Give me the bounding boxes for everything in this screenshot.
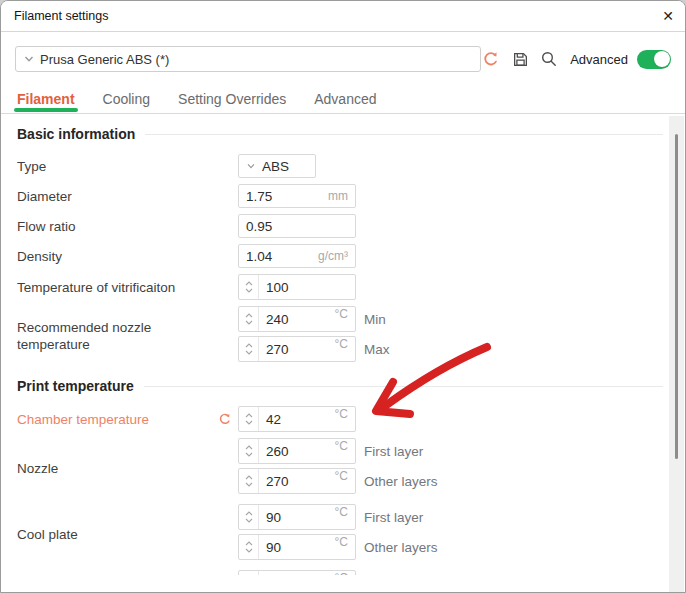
- refresh-icon: [218, 412, 232, 426]
- advanced-toggle[interactable]: [637, 50, 671, 69]
- unit-label: °C: [335, 307, 355, 331]
- preset-name: Prusa Generic ABS (*): [40, 52, 169, 67]
- spinner-buttons[interactable]: [239, 535, 259, 559]
- section-basic-information: Basic information: [17, 126, 663, 142]
- spin-down-icon: [245, 288, 253, 293]
- input-suffix: Max: [364, 342, 390, 357]
- close-icon: ✕: [662, 8, 674, 24]
- cool-plate-first-layer-input[interactable]: °C: [238, 504, 356, 530]
- spin-up-icon: [245, 511, 253, 516]
- section-divider: [144, 386, 663, 387]
- row-nozzle: Nozzle °C First layer: [17, 438, 663, 498]
- revert-preset-button[interactable]: [481, 49, 501, 69]
- spin-down-icon: [245, 548, 253, 553]
- reset-to-default-button[interactable]: [218, 412, 232, 426]
- flow-ratio-input[interactable]: [238, 214, 356, 238]
- row-diameter: Diameter mm: [17, 184, 663, 208]
- nozzle-other-layers-value[interactable]: [259, 469, 335, 493]
- spinner-buttons[interactable]: [239, 571, 259, 575]
- unit-label: °C: [335, 469, 355, 493]
- input-suffix: Other layers: [364, 540, 438, 555]
- row-cool-plate: Cool plate °C First layer: [17, 504, 663, 564]
- dialog-title: Filament settings: [1, 9, 108, 23]
- setting-label: Flow ratio: [17, 218, 238, 235]
- spinner-buttons[interactable]: [239, 307, 259, 331]
- tab-advanced[interactable]: Advanced: [314, 84, 376, 113]
- nozzle-other-layers-input[interactable]: °C: [238, 468, 356, 494]
- tab-cooling[interactable]: Cooling: [103, 84, 150, 113]
- nozzle-first-layer-input[interactable]: °C: [238, 438, 356, 464]
- unit-label: °C: [335, 337, 355, 361]
- vitrification-temperature-input[interactable]: [238, 274, 356, 300]
- spinner-buttons[interactable]: [239, 275, 259, 299]
- engineering-plate-first-layer-value[interactable]: [259, 571, 335, 575]
- row-vitrification-temperature: Temperature of vitrificaiton: [17, 274, 663, 300]
- row-density: Density g/cm³: [17, 244, 663, 268]
- spinner-buttons[interactable]: [239, 407, 259, 431]
- row-type: Type ABS: [17, 154, 663, 178]
- unit-label: °C: [335, 407, 355, 431]
- scrollbar[interactable]: [669, 116, 684, 592]
- spinner-buttons[interactable]: [239, 439, 259, 463]
- engineering-plate-first-layer-input[interactable]: °C: [238, 570, 356, 575]
- density-input[interactable]: g/cm³: [238, 244, 356, 268]
- search-icon: [540, 50, 558, 68]
- unit-label: °C: [335, 439, 355, 463]
- setting-label-modified: Chamber temperature: [17, 411, 238, 428]
- cool-plate-other-layers-value[interactable]: [259, 535, 335, 559]
- filament-settings-dialog: Filament settings ✕ Prusa Generic ABS (*…: [0, 0, 686, 593]
- chamber-temperature-value[interactable]: [259, 407, 335, 431]
- spin-down-icon: [245, 420, 253, 425]
- spin-up-icon: [245, 541, 253, 546]
- tab-setting-overrides[interactable]: Setting Overrides: [178, 84, 286, 113]
- type-select-value: ABS: [262, 159, 289, 174]
- density-value[interactable]: [239, 249, 318, 264]
- setting-label: Diameter: [17, 188, 238, 205]
- cool-plate-first-layer-value[interactable]: [259, 505, 335, 529]
- diameter-value[interactable]: [239, 189, 328, 204]
- diameter-input[interactable]: mm: [238, 184, 356, 208]
- input-suffix: First layer: [364, 444, 423, 459]
- spin-up-icon: [245, 445, 253, 450]
- refresh-icon: [482, 50, 500, 68]
- unit-label: °C: [335, 571, 355, 575]
- spin-down-icon: [245, 452, 253, 457]
- tab-filament[interactable]: Filament: [17, 84, 75, 113]
- spinner-buttons[interactable]: [239, 469, 259, 493]
- spin-up-icon: [245, 343, 253, 348]
- spinner-buttons[interactable]: [239, 505, 259, 529]
- nozzle-temp-min-input[interactable]: °C: [238, 306, 356, 332]
- title-bar: Filament settings ✕: [1, 1, 685, 32]
- save-preset-button[interactable]: [510, 49, 530, 69]
- nozzle-temp-max-input[interactable]: °C: [238, 336, 356, 362]
- chevron-down-icon: [245, 160, 257, 172]
- setting-label: Density: [17, 248, 238, 265]
- cool-plate-other-layers-input[interactable]: °C: [238, 534, 356, 560]
- nozzle-temp-max-value[interactable]: [259, 337, 335, 361]
- unit-label: °C: [335, 505, 355, 529]
- spin-down-icon: [245, 350, 253, 355]
- section-print-temperature: Print temperature: [17, 378, 663, 394]
- tab-label: Cooling: [103, 91, 150, 107]
- vitrification-temperature-value[interactable]: [259, 275, 348, 299]
- preset-actions: Advanced: [481, 49, 671, 69]
- section-title: Print temperature: [17, 378, 134, 394]
- setting-label: Nozzle: [17, 460, 238, 477]
- preset-combobox[interactable]: Prusa Generic ABS (*): [15, 46, 481, 72]
- chamber-temperature-input[interactable]: °C: [238, 406, 356, 432]
- type-select[interactable]: ABS: [238, 154, 316, 178]
- scrollbar-thumb[interactable]: [675, 134, 678, 459]
- flow-ratio-value[interactable]: [239, 219, 348, 234]
- input-suffix: Other layers: [364, 474, 438, 489]
- unit-label: g/cm³: [318, 249, 355, 263]
- spinner-buttons[interactable]: [239, 337, 259, 361]
- advanced-label: Advanced: [570, 52, 628, 67]
- spin-down-icon: [245, 518, 253, 523]
- search-button[interactable]: [539, 49, 559, 69]
- close-button[interactable]: ✕: [651, 1, 685, 31]
- nozzle-first-layer-value[interactable]: [259, 439, 335, 463]
- setting-label: Recommended nozzle temperature: [17, 319, 238, 353]
- toggle-knob: [654, 51, 670, 67]
- nozzle-temp-min-value[interactable]: [259, 307, 335, 331]
- settings-panel: Basic information Type ABS Diameter mm: [1, 114, 685, 575]
